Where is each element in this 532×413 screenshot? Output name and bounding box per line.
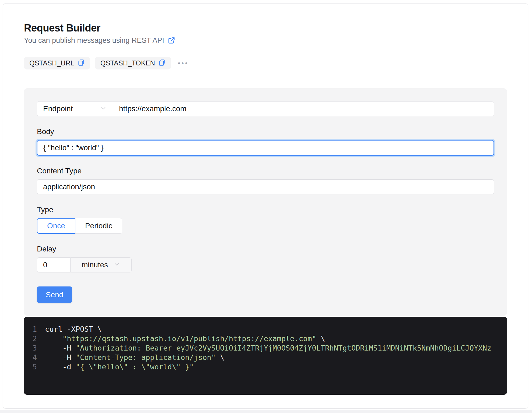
code-line: 5 -d "{ \"hello\" : \"world\" }" bbox=[24, 362, 507, 372]
code-line: 2 "https://qstash.upstash.io/v1/publish/… bbox=[24, 334, 507, 343]
line-number: 2 bbox=[24, 334, 37, 343]
subtitle-row: You can publish messages using REST API bbox=[24, 36, 507, 45]
chevron-down-icon bbox=[100, 105, 107, 113]
chip-qstash-url[interactable]: QSTASH_URL bbox=[24, 57, 90, 69]
body-label: Body bbox=[37, 127, 494, 136]
chevron-down-icon bbox=[113, 261, 120, 269]
subtitle-text: You can publish messages using REST API bbox=[24, 36, 164, 45]
copy-icon[interactable] bbox=[78, 59, 85, 67]
line-number: 3 bbox=[24, 343, 37, 353]
delay-unit-select[interactable]: minutes bbox=[71, 257, 132, 272]
external-link-icon[interactable] bbox=[167, 36, 176, 44]
code-line: 3 -H "Authorization: Bearer eyJVc2VySUQi… bbox=[24, 343, 507, 353]
line-number: 4 bbox=[24, 353, 37, 362]
type-label: Type bbox=[37, 205, 494, 214]
endpoint-url-input[interactable] bbox=[113, 102, 494, 116]
content-type-input[interactable] bbox=[37, 179, 494, 194]
endpoint-select-label: Endpoint bbox=[43, 104, 73, 113]
page-bottom-divider bbox=[0, 410, 532, 413]
type-option-once[interactable]: Once bbox=[37, 218, 75, 234]
delay-value-input[interactable] bbox=[37, 257, 71, 272]
send-button[interactable]: Send bbox=[37, 286, 72, 303]
chip-label: QSTASH_URL bbox=[29, 59, 74, 67]
delay-unit-label: minutes bbox=[82, 261, 108, 269]
delay-row: minutes bbox=[37, 257, 132, 272]
request-builder-card: Request Builder You can publish messages… bbox=[3, 3, 528, 409]
page-title: Request Builder bbox=[24, 22, 507, 34]
content-type-label: Content Type bbox=[37, 166, 494, 176]
line-number: 5 bbox=[24, 362, 37, 372]
body-input[interactable] bbox=[37, 140, 494, 156]
more-options-button[interactable]: ••• bbox=[178, 60, 189, 66]
code-text: -d "{ \"hello\" : \"world\" }" bbox=[45, 362, 507, 372]
chip-label: QSTASH_TOKEN bbox=[100, 59, 155, 67]
code-text: -H "Authorization: Bearer eyJVc2VySUQiOi… bbox=[45, 343, 507, 353]
code-text: "https://qstash.upstash.io/v1/publish/ht… bbox=[45, 334, 507, 343]
code-block-lines: 1curl -XPOST \2 "https://qstash.upstash.… bbox=[24, 324, 507, 372]
line-number: 1 bbox=[24, 324, 37, 334]
type-option-periodic[interactable]: Periodic bbox=[75, 218, 122, 234]
chip-qstash-token[interactable]: QSTASH_TOKEN bbox=[95, 57, 171, 69]
delay-label: Delay bbox=[37, 244, 494, 254]
request-form-panel: Endpoint Body Content Type Type Once Per… bbox=[24, 88, 507, 316]
code-line: 4 -H "Content-Type: application/json" \ bbox=[24, 353, 507, 362]
endpoint-row: Endpoint bbox=[37, 101, 494, 116]
endpoint-type-select[interactable]: Endpoint bbox=[37, 102, 113, 116]
copy-icon[interactable] bbox=[158, 59, 166, 67]
code-text: curl -XPOST \ bbox=[45, 324, 507, 334]
code-text: -H "Content-Type: application/json" \ bbox=[45, 353, 507, 362]
code-line: 1curl -XPOST \ bbox=[24, 324, 507, 334]
env-chips-row: QSTASH_URL QSTASH_TOKEN ••• bbox=[24, 57, 507, 69]
type-toggle-group: Once Periodic bbox=[37, 218, 122, 234]
curl-code-block: 1curl -XPOST \2 "https://qstash.upstash.… bbox=[24, 317, 507, 395]
